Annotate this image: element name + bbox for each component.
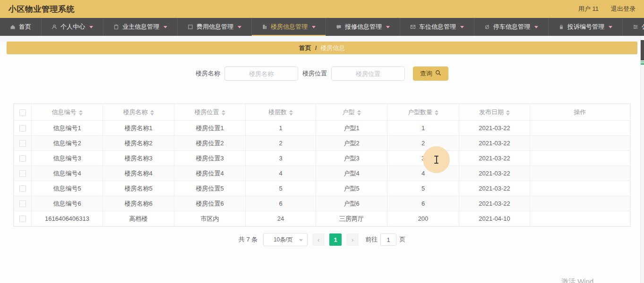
nav-item-label: 费用信息管理 (197, 23, 233, 31)
table-cell: 楼房位置2 (174, 136, 246, 151)
table-cell: 3 (246, 151, 316, 166)
nav-item-label: 首页 (19, 23, 31, 31)
table-cell: 楼房位置5 (174, 181, 246, 196)
chevron-down-icon (299, 239, 303, 241)
table-cell: 信息编号5 (32, 181, 103, 196)
chevron-down-icon (609, 26, 612, 28)
row-select-cell (14, 196, 32, 211)
column-header-3[interactable]: 楼房位置 (174, 104, 246, 121)
table-cell: 楼房名称6 (103, 196, 174, 211)
search-button-label: 查询 (420, 69, 432, 78)
table-cell: 户型4 (316, 166, 387, 181)
sort-arrows-icon[interactable] (79, 110, 83, 116)
column-header-8: 操作 (530, 104, 630, 121)
prev-page-button[interactable]: ‹ (312, 233, 325, 246)
building-location-input[interactable] (331, 67, 405, 81)
select-all-checkbox[interactable] (19, 109, 26, 116)
row-checkbox[interactable] (19, 155, 26, 162)
nav-item-6[interactable]: 报修信息管理 (326, 18, 400, 36)
table-cell: 户型1 (316, 121, 387, 136)
table-cell: 楼房位置1 (174, 121, 246, 136)
home-icon (10, 24, 16, 30)
nav-item-label: 公告信息管理 (642, 23, 644, 31)
column-header-label: 操作 (574, 108, 586, 116)
scrollbar-thumb[interactable] (641, 40, 644, 60)
column-header-5[interactable]: 户型 (316, 104, 387, 121)
table-cell: 楼房位置4 (174, 166, 246, 181)
row-select-cell (14, 166, 32, 181)
column-header-7[interactable]: 发布日期 (459, 104, 530, 121)
table-cell: 楼房名称4 (103, 166, 174, 181)
next-page-button[interactable]: › (346, 233, 359, 246)
sort-arrows-icon[interactable] (506, 110, 510, 116)
table-cell: 高档楼 (103, 211, 174, 226)
nav-item-2[interactable]: 个人中心 (42, 18, 103, 36)
search-button[interactable]: 查询 (413, 67, 448, 81)
table-cell: 信息编号4 (32, 166, 103, 181)
sort-arrows-icon[interactable] (435, 110, 438, 116)
table-cell: 2 (246, 136, 316, 151)
logout-link[interactable]: 退出登录 (611, 5, 635, 13)
row-checkbox[interactable] (19, 125, 26, 132)
building-name-input[interactable] (224, 67, 298, 81)
row-checkbox[interactable] (19, 140, 26, 147)
search-icon (435, 70, 441, 77)
table-cell: 户型6 (316, 196, 387, 211)
table-cell: 5 (246, 181, 316, 196)
table-row: 信息编号5楼房名称5楼房位置55户型552021-03-22 (14, 181, 630, 196)
table-cell: 楼房名称1 (103, 121, 174, 136)
row-select-cell (14, 181, 32, 196)
nav-item-9[interactable]: 投诉编号管理 (549, 18, 623, 36)
nav-item-7[interactable]: 车位信息管理 (400, 18, 474, 36)
sort-arrows-icon[interactable] (222, 110, 225, 116)
row-checkbox[interactable] (19, 216, 26, 222)
nav-item-5[interactable]: 楼房信息管理 (252, 18, 326, 36)
nav-item-label: 车位信息管理 (419, 23, 456, 31)
square-icon (188, 24, 193, 30)
column-header-label: 发布日期 (479, 108, 504, 116)
sort-arrows-icon[interactable] (289, 110, 293, 116)
table-row: 信息编号1楼房名称1楼房位置11户型112021-03-22 (14, 121, 630, 136)
nav-item-8[interactable]: 停车信息管理 (474, 18, 549, 36)
table-cell: 2021-03-22 (459, 121, 530, 136)
goto-page-input[interactable] (380, 233, 396, 246)
chevron-down-icon (386, 26, 390, 28)
table-cell (530, 151, 630, 166)
nav-item-4[interactable]: 费用信息管理 (178, 18, 252, 36)
table-cell: 信息编号3 (32, 151, 103, 166)
sort-arrows-icon[interactable] (150, 110, 154, 116)
column-header-label: 楼房位置 (195, 108, 219, 116)
page-size-select[interactable]: 10条/页 (263, 233, 308, 246)
column-header-2[interactable]: 楼房名称 (103, 104, 174, 121)
column-header-1[interactable]: 信息编号 (32, 104, 103, 121)
breadcrumb: 首页 / 楼房信息 (7, 42, 637, 54)
nav-sub-strip (0, 36, 644, 42)
row-checkbox[interactable] (19, 200, 26, 207)
table-cell: 信息编号2 (32, 136, 103, 151)
goto-unit-label: 页 (399, 235, 405, 244)
main-nav: 首页个人中心业主信息管理费用信息管理楼房信息管理报修信息管理车位信息管理停车信息… (0, 18, 644, 36)
nav-item-label: 楼房信息管理 (271, 23, 308, 31)
table-cell (530, 121, 630, 136)
activate-windows-watermark: 激活 Wind (561, 277, 593, 283)
row-checkbox[interactable] (19, 185, 26, 192)
vertical-scrollbar[interactable] (640, 36, 644, 283)
row-checkbox[interactable] (19, 170, 26, 177)
nav-item-10[interactable]: 公告信息管理 (623, 18, 644, 36)
column-header-label: 楼层数 (268, 108, 287, 116)
user-icon (52, 24, 57, 30)
column-header-6[interactable]: 户型数量 (387, 104, 459, 121)
chevron-down-icon (312, 26, 316, 28)
row-select-cell (14, 136, 32, 151)
sort-arrows-icon[interactable] (357, 110, 361, 116)
building-location-label: 楼房位置 (302, 69, 327, 78)
nav-item-1[interactable]: 首页 (0, 18, 42, 36)
page-number-button[interactable]: 1 (329, 233, 342, 246)
column-header-label: 户型 (343, 108, 355, 116)
table-cell (530, 136, 630, 151)
building-icon (262, 24, 267, 30)
nav-item-3[interactable]: 业主信息管理 (103, 18, 178, 36)
table-cell: 4 (387, 166, 459, 181)
column-header-4[interactable]: 楼层数 (246, 104, 316, 121)
breadcrumb-home[interactable]: 首页 (299, 44, 311, 52)
